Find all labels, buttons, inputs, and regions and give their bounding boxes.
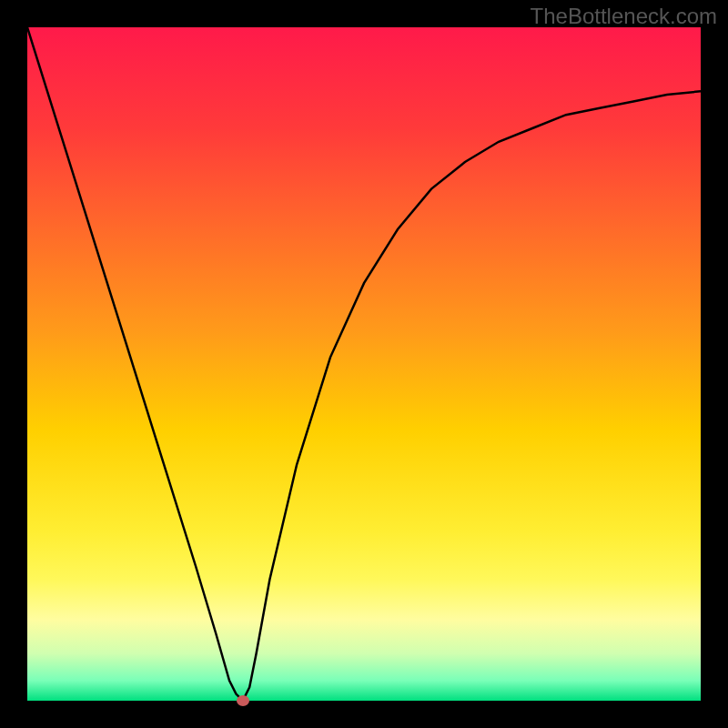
curve-layer (27, 27, 701, 701)
bottleneck-curve-path (27, 27, 701, 701)
minimum-marker (237, 695, 249, 706)
plot-area (27, 27, 701, 701)
watermark-text: TheBottleneck.com (531, 4, 717, 29)
